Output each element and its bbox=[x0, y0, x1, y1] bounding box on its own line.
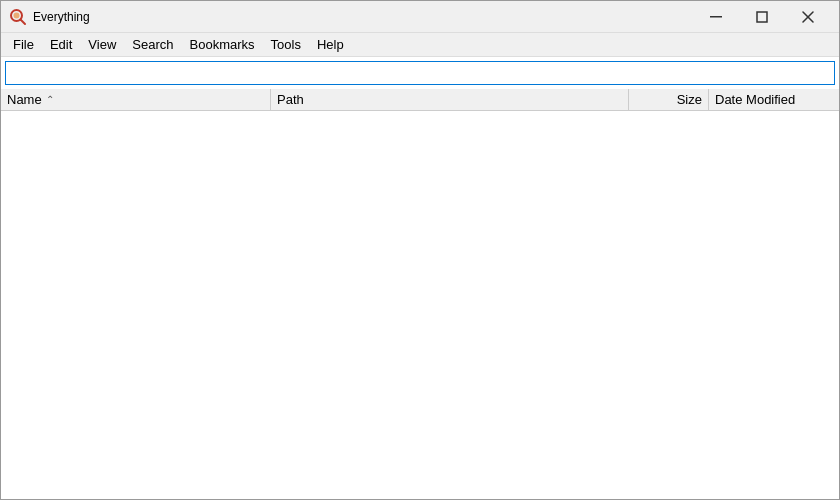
minimize-button[interactable] bbox=[693, 1, 739, 33]
menu-bookmarks[interactable]: Bookmarks bbox=[182, 35, 263, 54]
column-header-date-modified[interactable]: Date Modified bbox=[709, 89, 839, 110]
main-window: Everything File Edit View bbox=[0, 0, 840, 500]
svg-rect-4 bbox=[757, 12, 767, 22]
title-bar: Everything bbox=[1, 1, 839, 33]
menu-bar: File Edit View Search Bookmarks Tools He… bbox=[1, 33, 839, 57]
column-size-label: Size bbox=[677, 92, 702, 107]
svg-point-2 bbox=[14, 12, 20, 18]
column-date-label: Date Modified bbox=[715, 92, 795, 107]
search-input[interactable] bbox=[5, 61, 835, 85]
maximize-icon bbox=[756, 11, 768, 23]
menu-search[interactable]: Search bbox=[124, 35, 181, 54]
menu-file[interactable]: File bbox=[5, 35, 42, 54]
menu-help[interactable]: Help bbox=[309, 35, 352, 54]
window-title: Everything bbox=[33, 10, 693, 24]
maximize-button[interactable] bbox=[739, 1, 785, 33]
results-area[interactable] bbox=[1, 111, 839, 499]
column-path-label: Path bbox=[277, 92, 304, 107]
menu-edit[interactable]: Edit bbox=[42, 35, 80, 54]
column-header-size[interactable]: Size bbox=[629, 89, 709, 110]
menu-view[interactable]: View bbox=[80, 35, 124, 54]
column-header-path[interactable]: Path bbox=[271, 89, 629, 110]
app-icon bbox=[9, 8, 27, 26]
menu-tools[interactable]: Tools bbox=[263, 35, 309, 54]
window-controls bbox=[693, 1, 831, 33]
close-icon bbox=[802, 11, 814, 23]
column-header-name[interactable]: Name ⌃ bbox=[1, 89, 271, 110]
close-button[interactable] bbox=[785, 1, 831, 33]
svg-rect-3 bbox=[710, 16, 722, 18]
svg-line-1 bbox=[21, 19, 26, 24]
minimize-icon bbox=[710, 11, 722, 23]
search-bar-container bbox=[1, 57, 839, 89]
column-name-label: Name bbox=[7, 92, 42, 107]
column-headers: Name ⌃ Path Size Date Modified bbox=[1, 89, 839, 111]
sort-arrow-name: ⌃ bbox=[46, 94, 54, 105]
